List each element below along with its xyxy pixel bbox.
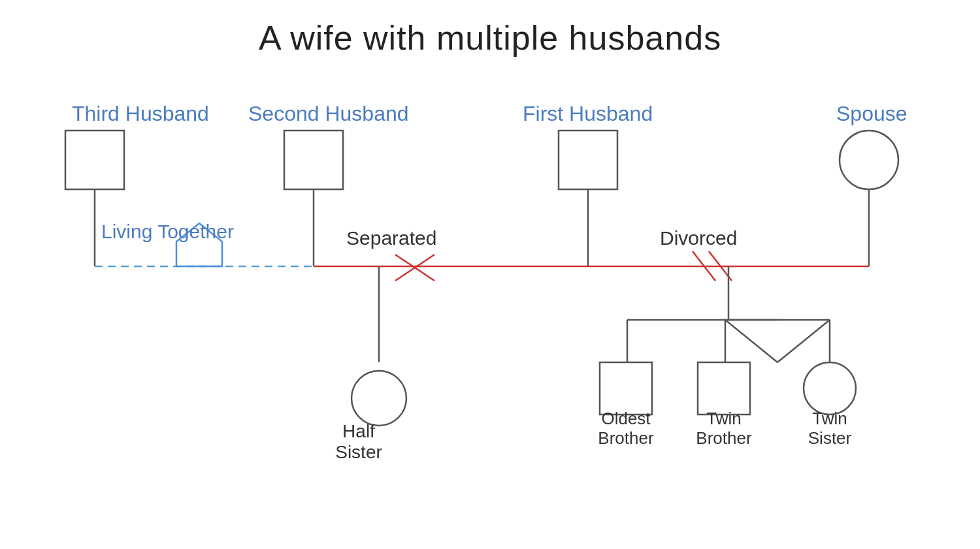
- second-husband-label: Second Husband: [248, 102, 409, 125]
- spouse-label: Spouse: [836, 102, 907, 125]
- spouse-shape: [840, 131, 898, 189]
- twin-brother-label1: Twin: [706, 409, 741, 428]
- twin-left-connector: [725, 320, 777, 362]
- diagram: Third Husband Second Husband First Husba…: [0, 0, 980, 549]
- twin-sister-label1: Twin: [812, 409, 847, 428]
- first-husband-label: First Husband: [523, 102, 653, 125]
- living-together-label: Living Together: [101, 221, 234, 242]
- second-husband-shape: [284, 131, 343, 189]
- twin-sister-shape: [804, 362, 856, 415]
- twin-brother-label2: Brother: [696, 428, 752, 448]
- third-husband-label: Third Husband: [72, 102, 209, 125]
- divorced-label: Divorced: [660, 227, 737, 249]
- oldest-brother-label1: Oldest: [601, 409, 651, 428]
- half-sister-label2: Sister: [335, 442, 382, 462]
- twin-brother-shape: [698, 362, 750, 415]
- half-sister-label1: Half: [342, 421, 375, 441]
- twin-sister-label2: Sister: [808, 428, 852, 448]
- page: A wife with multiple husbands Third Husb…: [0, 0, 980, 549]
- third-husband-shape: [65, 131, 124, 189]
- oldest-brother-label2: Brother: [598, 428, 654, 448]
- half-sister-shape: [351, 371, 406, 426]
- first-husband-shape: [559, 131, 617, 189]
- oldest-brother-shape: [600, 362, 652, 415]
- twin-right-connector: [777, 320, 830, 362]
- separated-label: Separated: [346, 227, 436, 249]
